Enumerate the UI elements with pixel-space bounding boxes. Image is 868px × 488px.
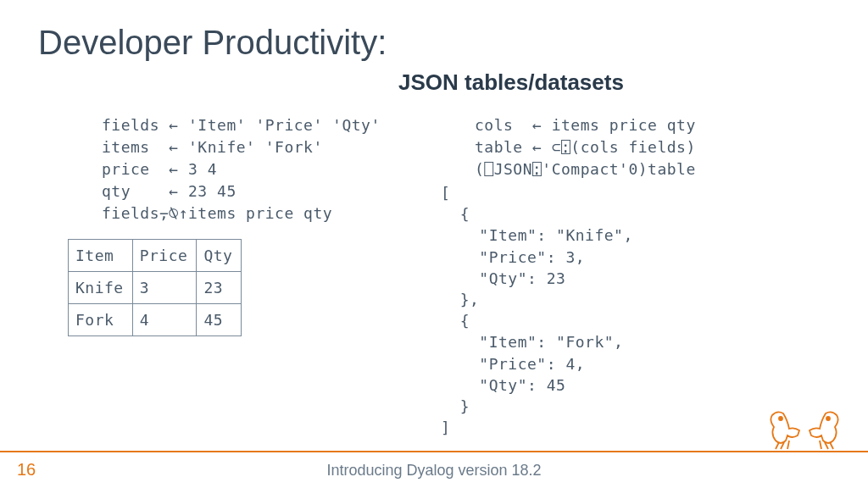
svg-point-1	[826, 417, 830, 420]
dyalog-logo-icon	[762, 403, 847, 450]
table-row: Fork 4 45	[69, 304, 242, 336]
svg-point-0	[779, 417, 782, 420]
table-cell: 23	[197, 272, 242, 304]
footer-text: Introducing Dyalog version 18.2	[0, 462, 868, 480]
table-cell: Fork	[69, 304, 133, 336]
result-table: Item Price Qty Knife 3 23 Fork 4 45	[68, 239, 242, 336]
table-cell: 3	[132, 272, 197, 304]
apl-code-left: fields ← 'Item' 'Price' 'Qty' items ← 'K…	[102, 114, 381, 225]
table-cell: Item	[69, 240, 133, 272]
apl-code-right: cols ← items price qty table ← ⊂⍠(cols f…	[475, 114, 696, 180]
slide-title: Developer Productivity:	[38, 24, 387, 62]
json-output: [ { "Item": "Knife", "Price": 3, "Qty": …	[441, 182, 633, 438]
table-row: Item Price Qty	[69, 240, 242, 272]
table-cell: 45	[197, 304, 242, 336]
table-cell: Knife	[69, 272, 133, 304]
table-cell: Qty	[197, 240, 242, 272]
table-cell: 4	[132, 304, 197, 336]
slide-subtitle: JSON tables/datasets	[398, 69, 624, 96]
footer-divider	[0, 451, 868, 452]
table-cell: Price	[132, 240, 197, 272]
table-row: Knife 3 23	[69, 272, 242, 304]
